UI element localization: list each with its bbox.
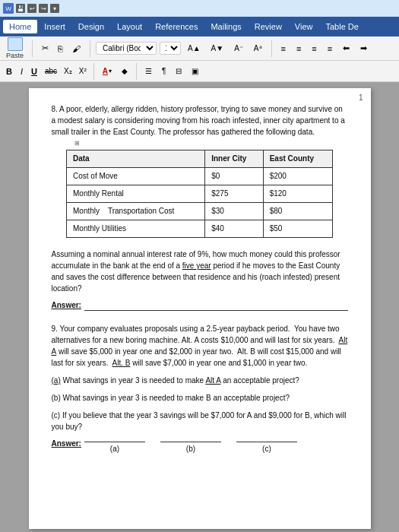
q8-assumption-text: Assuming a nominal annual interest rate … (52, 249, 348, 294)
q9-c-text: (c) If you believe that the year 3 savin… (52, 410, 348, 432)
row1-inner: $0 (205, 168, 263, 185)
q8-body: A poor, elderly, allergy ridden, history… (52, 105, 345, 136)
document-area: 1 8. A poor, elderly, allergy ridden, hi… (0, 82, 399, 532)
paste-label[interactable]: Paste (6, 52, 24, 59)
shading-button[interactable]: ▣ (188, 65, 202, 78)
table-row: Monthly Rental $275 $120 (67, 185, 333, 203)
format-bar: B I U abc X₂ X² A ▾ ◆ ☰ ¶ ⊟ ▣ (0, 61, 399, 82)
copy-button[interactable]: ⎘ (54, 42, 67, 55)
menu-home[interactable]: Home (3, 20, 37, 33)
underline-button[interactable]: U (28, 65, 40, 78)
q9-answer-c: (c) (236, 442, 297, 454)
q9-answer-b-line (160, 442, 221, 442)
superscript-button[interactable]: X² (77, 66, 89, 76)
justify-button[interactable]: ≡ (324, 42, 336, 55)
title-bar-icons: W 💾 ↩ ↪ ▾ (3, 3, 59, 14)
q8-answer-field (84, 300, 348, 311)
customize-icon[interactable]: ▾ (50, 4, 59, 13)
toolbar-divider3 (271, 40, 272, 57)
save-icon[interactable]: 💾 (16, 4, 25, 13)
menu-table-de[interactable]: Table De (320, 20, 365, 33)
menu-review[interactable]: Review (249, 20, 288, 33)
data-table-wrapper: ⊞ Data Inner City East County Cost of Mo… (52, 144, 348, 244)
q9-answer-line: Answer: (a) (b) (c) (52, 439, 348, 454)
row1-label: Cost of Move (67, 168, 205, 185)
alt-b-span: Alt. B (112, 359, 131, 367)
toolbar-divider2 (90, 40, 90, 57)
borders-button[interactable]: ⊟ (172, 65, 185, 78)
row3-label: Monthly Transportation Cost (67, 203, 205, 220)
page-number: 1 (359, 93, 363, 103)
font-size-selector[interactable]: 11 (160, 42, 181, 55)
row4-label: Monthly Utilities (67, 220, 205, 238)
strikethrough-button[interactable]: abc (43, 66, 59, 76)
align-right-button[interactable]: ≡ (308, 42, 320, 55)
paragraph-mark-button[interactable]: ¶ (158, 65, 169, 78)
menu-references[interactable]: References (149, 20, 204, 33)
q8-number: 8. (52, 105, 58, 113)
menu-design[interactable]: Design (72, 20, 110, 33)
table-row: Cost of Move $0 $200 (67, 168, 333, 185)
bold-button[interactable]: B (3, 65, 15, 78)
col-header-inner-city: Inner City (205, 150, 263, 168)
subscript-button[interactable]: X₂ (62, 66, 74, 76)
toolbar: Paste ✂ ⎘ 🖌 Calibri (Body) 11 A▲ A▼ A⁻ A… (0, 36, 399, 61)
q9-c-sublabel: (c) (262, 444, 271, 454)
row1-east: $200 (263, 168, 332, 185)
data-table: Data Inner City East County Cost of Move… (66, 150, 333, 238)
menu-insert[interactable]: Insert (38, 20, 71, 33)
q9-b-sublabel: (b) (186, 444, 195, 454)
format-painter-button[interactable]: 🖌 (68, 42, 84, 55)
q9-answer-c-line (236, 442, 297, 442)
alt-a-span: Alt A (52, 336, 348, 356)
clipboard-group: ✂ ⎘ 🖌 (38, 41, 84, 55)
font-color-a: A (103, 67, 108, 75)
align-left-button[interactable]: ≡ (277, 42, 290, 55)
spacer (52, 315, 348, 323)
align-center-button[interactable]: ≡ (293, 42, 305, 55)
document-page: 1 8. A poor, elderly, allergy ridden, hi… (29, 88, 371, 529)
italic-button[interactable]: I (17, 65, 26, 78)
line-spacing-button[interactable]: ☰ (141, 65, 156, 78)
font-color-dropdown[interactable]: ▾ (109, 68, 112, 74)
row2-inner: $275 (205, 185, 263, 203)
doc-icon: W (3, 3, 14, 14)
q8-answer-label: Answer: (52, 300, 81, 311)
alt-a-ref: Alt A (205, 376, 220, 385)
font-color-button[interactable]: A ▾ (99, 65, 116, 78)
menu-layout[interactable]: Layout (111, 20, 148, 33)
row3-inner: $30 (205, 203, 263, 220)
clear-format-button[interactable]: A⁻ (230, 42, 247, 55)
q9-sub-answers: (a) (b) (c) (84, 442, 297, 454)
highlight-button[interactable]: ◆ (118, 65, 131, 78)
menu-view[interactable]: View (289, 20, 319, 33)
paste-icon (8, 37, 23, 51)
toolbar-divider (32, 40, 33, 57)
undo-icon[interactable]: ↩ (27, 4, 36, 13)
indent-increase-button[interactable]: ➡ (356, 41, 371, 55)
q9-number: 9. (52, 325, 58, 333)
table-row: Monthly Transportation Cost $30 $80 (67, 203, 333, 220)
menu-mailings[interactable]: Mailings (204, 20, 247, 33)
col-header-east-county: East County (263, 150, 332, 168)
five-year-span: five year (182, 261, 211, 270)
menu-bar: Home Insert Design Layout References Mai… (0, 17, 399, 36)
font-size-decrease-button[interactable]: A▼ (207, 42, 228, 55)
cut-button[interactable]: ✂ (38, 41, 52, 55)
change-case-button[interactable]: Aᵃ (250, 42, 266, 55)
indent-decrease-button[interactable]: ⬅ (339, 41, 353, 55)
table-row: Monthly Utilities $40 $50 (67, 220, 333, 238)
question-9-text: 9. Your company evaluates proposals usin… (52, 323, 348, 369)
question-8-text: 8. A poor, elderly, allergy ridden, hist… (52, 103, 348, 138)
redo-icon[interactable]: ↪ (39, 4, 48, 13)
q9-a-sublabel: (a) (110, 444, 119, 454)
row3-east: $80 (263, 203, 332, 220)
row4-east: $50 (263, 220, 332, 238)
title-bar: W 💾 ↩ ↪ ▾ (0, 0, 399, 17)
q9-b-text: (b) What savings in year 3 is needed to … (52, 392, 348, 404)
table-handle: ⊞ (74, 139, 80, 147)
row2-east: $120 (263, 185, 332, 203)
q8-answer-line: Answer: (52, 300, 348, 311)
font-name-selector[interactable]: Calibri (Body) (96, 42, 157, 55)
font-size-increase-button[interactable]: A▲ (184, 42, 204, 55)
